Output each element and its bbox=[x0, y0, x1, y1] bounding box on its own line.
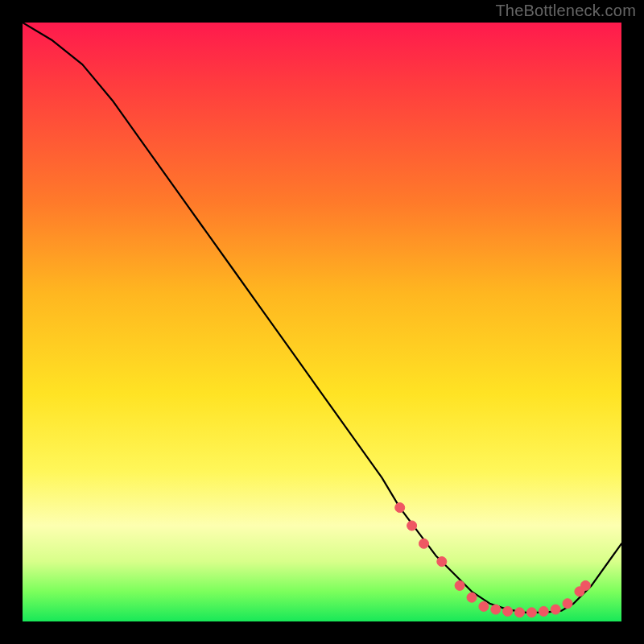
watermark-text: TheBottleneck.com bbox=[495, 2, 636, 20]
data-marker bbox=[580, 580, 590, 590]
data-marker bbox=[437, 557, 447, 567]
data-marker bbox=[455, 580, 464, 590]
chart-frame: TheBottleneck.com bbox=[0, 0, 644, 644]
data-marker bbox=[395, 503, 405, 513]
data-marker bbox=[503, 606, 513, 616]
data-marker bbox=[467, 592, 477, 602]
data-marker bbox=[515, 608, 525, 617]
plot-area bbox=[23, 23, 621, 621]
data-marker bbox=[563, 599, 572, 609]
bottleneck-curve bbox=[23, 23, 621, 613]
data-marker bbox=[419, 539, 429, 548]
data-marker bbox=[491, 605, 501, 614]
data-marker bbox=[551, 605, 560, 614]
data-marker bbox=[526, 608, 536, 617]
curve-svg bbox=[23, 23, 621, 621]
marker-group bbox=[395, 503, 591, 617]
data-marker bbox=[407, 521, 417, 530]
data-marker bbox=[539, 606, 548, 616]
data-marker bbox=[479, 601, 489, 611]
